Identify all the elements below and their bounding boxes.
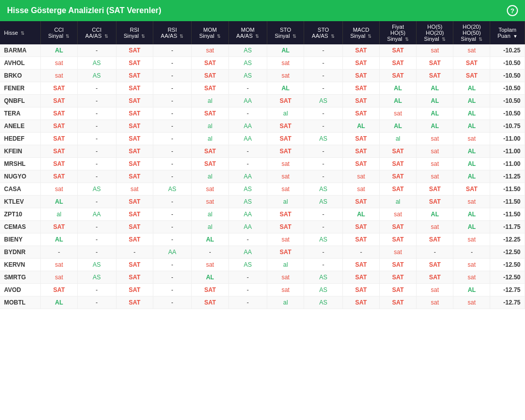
cell-cci_aa_as: - (78, 284, 116, 296)
cell-mom_aa_as: - (228, 233, 267, 246)
cell-fiyat_ho5_sinyal: al (379, 196, 416, 208)
cell-rsi_sinyal: SAT (116, 57, 153, 70)
cell-mom_sinyal: sat (192, 196, 228, 208)
cell-ho20_ho50_sinyal: sat (453, 44, 490, 57)
table-row: KERVNsatASSAT-satASal-SATSATSATsat-12.50 (0, 259, 525, 271)
cell-ho20_ho50_sinyal: sat (453, 259, 490, 271)
cell-cci_sinyal: sat (40, 271, 77, 284)
table-row: KFEINSAT-SAT-SAT-SAT-SATSATsatAL-11.00 (0, 145, 525, 158)
cell-rsi_sinyal: SAT (116, 44, 153, 57)
cell-mom_sinyal: SAT (192, 107, 228, 120)
cell-ho20_ho50_sinyal: sat (453, 196, 490, 208)
cell-toplam_puan: -11.25 (490, 170, 525, 183)
cell-hisse: SMRTG (0, 271, 40, 284)
cell-cci_aa_as: - (78, 233, 116, 246)
cell-cci_sinyal: sat (40, 70, 77, 82)
cell-ho20_ho50_sinyal: AL (453, 145, 490, 158)
col-ho20-ho50[interactable]: HO(20)HO(50)Sinyal ⇅ (453, 21, 490, 44)
cell-rsi_sinyal: SAT (116, 70, 153, 82)
cell-sto_sinyal: sat (267, 158, 304, 170)
cell-cci_aa_as: - (78, 196, 116, 208)
cell-hisse: BRKO (0, 70, 40, 82)
cell-mom_sinyal: al (192, 133, 228, 145)
col-macd-sinyal[interactable]: MACDSinyal ⇅ (342, 21, 379, 44)
cell-cci_sinyal: al (40, 208, 77, 221)
cell-rsi_sinyal: SAT (116, 233, 153, 246)
cell-rsi_sinyal: SAT (116, 95, 153, 107)
col-toplam-puan[interactable]: ToplamPuan ▼ (490, 21, 525, 44)
cell-mom_aa_as: - (228, 107, 267, 120)
cell-sto_aa_as: - (304, 57, 343, 70)
cell-ho20_ho50_sinyal: AL (453, 82, 490, 95)
col-sto-sinyal[interactable]: STOSinyal ⇅ (267, 21, 304, 44)
cell-macd_sinyal: SAT (342, 57, 379, 70)
cell-rsi_aa_as: - (153, 196, 192, 208)
col-ho5-ho20[interactable]: HO(5)HO(20)Sinyal ⇅ (417, 21, 453, 44)
cell-rsi_aa_as: - (153, 296, 192, 309)
cell-macd_sinyal: sat (342, 183, 379, 196)
cell-rsi_sinyal: SAT (116, 284, 153, 296)
cell-hisse: BIENY (0, 233, 40, 246)
cell-rsi_aa_as: - (153, 95, 192, 107)
cell-hisse: CEMAS (0, 221, 40, 233)
cell-ho5_ho20_sinyal: AL (417, 82, 453, 95)
cell-toplam_puan: -11.00 (490, 133, 525, 145)
cell-ho5_ho20_sinyal: sat (417, 44, 453, 57)
cell-macd_sinyal: SAT (342, 70, 379, 82)
col-cci-aa-as[interactable]: CCIAA/AS ⇅ (78, 21, 116, 44)
cell-sto_sinyal: SAT (267, 208, 304, 221)
cell-rsi_aa_as: - (153, 57, 192, 70)
cell-macd_sinyal: SAT (342, 221, 379, 233)
app-container: Hisse Gösterge Analizleri (SAT Verenler)… (0, 0, 525, 309)
cell-cci_sinyal: AL (40, 196, 77, 208)
cell-cci_aa_as: - (78, 95, 116, 107)
cell-cci_aa_as: AA (78, 208, 116, 221)
cell-macd_sinyal: SAT (342, 107, 379, 120)
cell-mom_aa_as: AA (228, 95, 267, 107)
table-row: QNBFLSAT-SAT-alAASATASSATALALAL-10.50 (0, 95, 525, 107)
cell-ho5_ho20_sinyal: SAT (417, 196, 453, 208)
cell-ho5_ho20_sinyal: SAT (417, 183, 453, 196)
col-rsi-sinyal[interactable]: RSISinyal ⇅ (116, 21, 153, 44)
cell-hisse: KTLEV (0, 196, 40, 208)
cell-fiyat_ho5_sinyal: AL (379, 82, 416, 95)
cell-hisse: BYDNR (0, 246, 40, 259)
cell-hisse: ZPT10 (0, 208, 40, 221)
cell-macd_sinyal: SAT (342, 158, 379, 170)
cell-mom_aa_as: - (228, 158, 267, 170)
cell-toplam_puan: -10.50 (490, 107, 525, 120)
col-rsi-aa-as[interactable]: RSIAA/AS ⇅ (153, 21, 192, 44)
col-hisse[interactable]: Hisse ⇅ (0, 21, 40, 44)
table-row: ZPT10alAASAT-alAASAT-ALsatALAL-11.50 (0, 208, 525, 221)
help-button[interactable]: ? (507, 5, 518, 16)
cell-fiyat_ho5_sinyal: al (379, 133, 416, 145)
col-cci-sinyal[interactable]: CCISinyal ⇅ (40, 21, 77, 44)
cell-sto_sinyal: SAT (267, 221, 304, 233)
col-mom-sinyal[interactable]: MOMSinyal ⇅ (192, 21, 228, 44)
cell-mom_sinyal: al (192, 95, 228, 107)
cell-mom_sinyal: SAT (192, 82, 228, 95)
cell-ho20_ho50_sinyal: AL (453, 158, 490, 170)
cell-rsi_aa_as: - (153, 158, 192, 170)
cell-ho5_ho20_sinyal: SAT (417, 57, 453, 70)
cell-sto_sinyal: sat (267, 284, 304, 296)
col-fiyat-ho5[interactable]: FiyatHO(5)Sinyal ⇅ (379, 21, 416, 44)
cell-hisse: HEDEF (0, 133, 40, 145)
cell-cci_sinyal: AL (40, 44, 77, 57)
cell-fiyat_ho5_sinyal: SAT (379, 233, 416, 246)
cell-cci_sinyal: SAT (40, 107, 77, 120)
col-mom-aa-as[interactable]: MOMAA/AS ⇅ (228, 21, 267, 44)
cell-cci_aa_as: AS (78, 183, 116, 196)
cell-ho5_ho20_sinyal: - (417, 246, 453, 259)
cell-mom_aa_as: - (228, 145, 267, 158)
cell-toplam_puan: -11.00 (490, 158, 525, 170)
cell-mom_sinyal: SAT (192, 145, 228, 158)
cell-hisse: TERA (0, 107, 40, 120)
cell-hisse: KFEIN (0, 145, 40, 158)
cell-hisse: NUGYO (0, 170, 40, 183)
cell-cci_aa_as: AS (78, 70, 116, 82)
cell-ho5_ho20_sinyal: sat (417, 145, 453, 158)
cell-sto_sinyal: al (267, 196, 304, 208)
cell-rsi_sinyal: SAT (116, 145, 153, 158)
col-sto-aa-as[interactable]: STOAA/AS ⇅ (304, 21, 343, 44)
